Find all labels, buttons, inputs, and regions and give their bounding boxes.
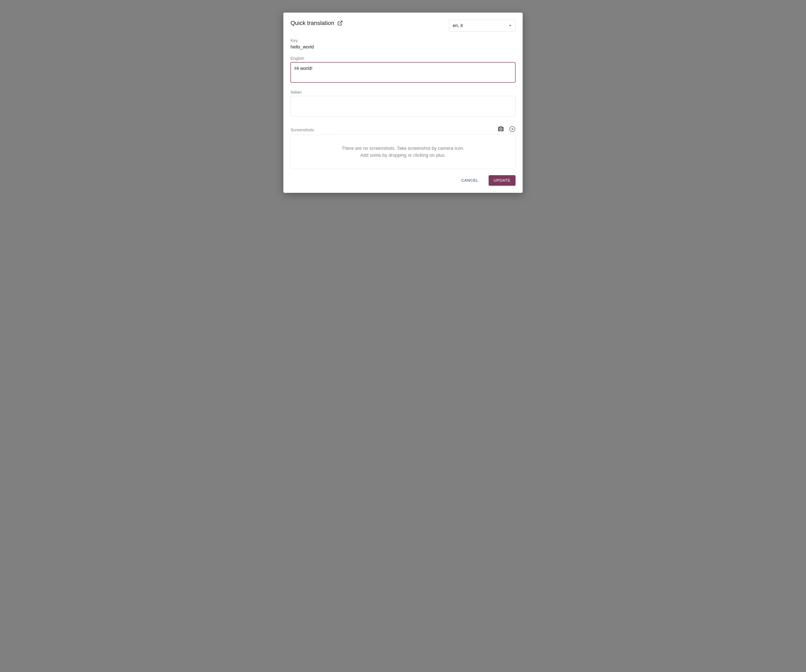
dialog-title: Quick translation <box>291 20 334 26</box>
key-label: Key <box>291 38 515 43</box>
cancel-button[interactable]: CANCEL <box>456 175 484 186</box>
dialog-actions: CANCEL UPDATE <box>291 175 515 186</box>
screenshots-label: Screenshots <box>291 128 314 132</box>
italian-input[interactable] <box>291 96 515 117</box>
english-input[interactable] <box>291 62 515 83</box>
key-value: hello_world <box>291 44 515 50</box>
key-field-group: Key hello_world <box>291 38 515 50</box>
update-button[interactable]: UPDATE <box>489 175 515 186</box>
language-select[interactable]: en, it <box>449 20 515 31</box>
dropzone-text-line1: There are no screenshots. Take screensho… <box>295 145 511 152</box>
dialog-header: Quick translation en, it <box>291 20 515 31</box>
screenshots-section: Screenshots There are no <box>291 126 515 169</box>
quick-translation-dialog: Quick translation en, it Key hello_world… <box>283 13 523 193</box>
camera-icon[interactable] <box>497 126 504 132</box>
italian-field-group: Italian <box>291 90 515 117</box>
screenshots-dropzone[interactable]: There are no screenshots. Take screensho… <box>291 135 515 169</box>
screenshots-header: Screenshots <box>291 126 515 132</box>
screenshot-actions <box>497 126 515 132</box>
dropzone-text-line2: Add some by dropping or clicking on plus… <box>295 152 511 159</box>
open-in-new-icon[interactable] <box>337 20 343 26</box>
language-select-value: en, it <box>453 23 463 28</box>
italian-label: Italian <box>291 90 515 95</box>
chevron-down-icon <box>509 25 512 26</box>
title-group: Quick translation <box>291 20 343 26</box>
english-field-group: English <box>291 56 515 84</box>
svg-line-0 <box>339 21 342 23</box>
plus-circle-icon[interactable] <box>509 126 515 132</box>
english-label: English <box>291 56 515 61</box>
